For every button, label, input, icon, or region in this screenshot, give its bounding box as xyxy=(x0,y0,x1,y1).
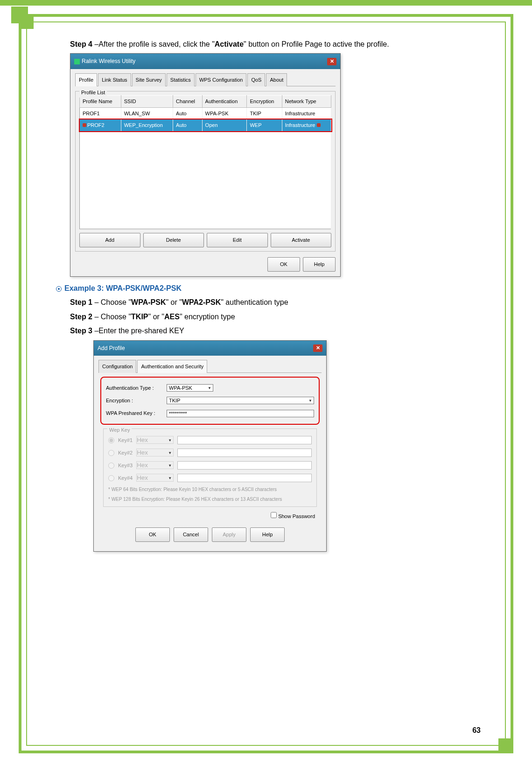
page-number: 63 xyxy=(472,726,481,735)
psk-input[interactable] xyxy=(167,410,314,417)
col-encryption[interactable]: Encryption xyxy=(247,96,282,108)
key1-input[interactable] xyxy=(177,436,312,444)
delete-button[interactable]: Delete xyxy=(143,233,204,247)
profile-list-label: Profile List xyxy=(79,88,107,98)
example-heading: Example 3: WPA-PSK/WPA2-PSK xyxy=(56,281,481,295)
ok-button[interactable]: OK xyxy=(267,257,300,272)
encryption-select[interactable]: TKIP xyxy=(167,397,314,404)
key3-input[interactable] xyxy=(177,461,312,470)
key1-radio[interactable] xyxy=(108,437,114,443)
wep-key-row: Key#4 Hex xyxy=(108,473,312,483)
cancel-button[interactable]: Cancel xyxy=(174,527,208,542)
key3-format-select[interactable]: Hex xyxy=(136,461,174,469)
titlebar: Ralink Wireless Utility ✕ xyxy=(70,54,340,69)
step2-text: Step 2 – Choose "TKIP" or "AES" encrypti… xyxy=(70,310,481,324)
apply-button[interactable]: Apply xyxy=(212,527,246,542)
key3-radio[interactable] xyxy=(108,463,114,469)
key4-format-select[interactable]: Hex xyxy=(136,474,174,482)
step1-text: Step 1 – Choose "WPA-PSK" or "WPA2-PSK" … xyxy=(70,295,481,309)
add-button[interactable]: Add xyxy=(79,233,140,247)
window-title: Ralink Wireless Utility xyxy=(82,58,135,64)
main-tabs: Profile Link Status Site Survey Statisti… xyxy=(75,73,336,86)
window-title: Add Profile xyxy=(98,343,125,354)
ralink-wireless-utility-window: Ralink Wireless Utility ✕ Profile Link S… xyxy=(70,53,341,277)
auth-type-label: Authentication Type : xyxy=(106,383,167,393)
tab-wps-configuration[interactable]: WPS Configuration xyxy=(196,73,247,86)
key4-radio[interactable] xyxy=(108,475,114,481)
tab-about[interactable]: About xyxy=(266,73,287,86)
tab-profile[interactable]: Profile xyxy=(75,73,97,86)
active-indicator-icon xyxy=(83,123,86,127)
table-row-selected[interactable]: PROF2 WEP_Encryption Auto Open WEP Infra… xyxy=(80,119,331,131)
step4-text: Step 4 –After the profile is saved, clic… xyxy=(70,37,481,51)
activate-button[interactable]: Activate xyxy=(271,233,332,247)
add-profile-window: Add Profile ✕ Configuration Authenticati… xyxy=(93,340,327,552)
key2-format-select[interactable]: Hex xyxy=(136,449,174,456)
help-button[interactable]: Help xyxy=(250,527,285,542)
col-authentication[interactable]: Authentication xyxy=(202,96,247,108)
wep-note-1: * WEP 64 Bits Encryption: Please Keyin 1… xyxy=(108,486,312,493)
wep-key-row: Key#3 Hex xyxy=(108,461,312,470)
close-icon[interactable]: ✕ xyxy=(327,58,336,65)
wep-key-group: Wep Key Key#1 Hex Key#2 Hex Key#3 Hex xyxy=(103,428,317,507)
profile-list-group: Profile List Profile Name SSID Channel A… xyxy=(75,91,336,252)
step4-label: Step 4 xyxy=(70,40,92,48)
col-ssid[interactable]: SSID xyxy=(121,96,173,108)
edit-button[interactable]: Edit xyxy=(207,233,268,247)
col-channel[interactable]: Channel xyxy=(173,96,203,108)
close-icon[interactable]: ✕ xyxy=(313,344,322,352)
tab-statistics[interactable]: Statistics xyxy=(167,73,195,86)
wep-key-row: Key#2 Hex xyxy=(108,448,312,458)
profile-table[interactable]: Profile Name SSID Channel Authentication… xyxy=(79,95,331,229)
step3-text: Step 3 –Enter the pre-shared KEY xyxy=(70,324,481,338)
key2-input[interactable] xyxy=(177,449,312,457)
psk-label: WPA Preshared Key : xyxy=(106,408,167,418)
wep-note-2: * WEP 128 Bits Encryption: Please Keyin … xyxy=(108,496,312,503)
wep-key-label: Wep Key xyxy=(107,425,132,435)
dialog-tabs: Configuration Authentication and Securit… xyxy=(98,359,322,373)
auth-security-highlight: Authentication Type : WPA-PSK Encryption… xyxy=(100,377,320,425)
titlebar: Add Profile ✕ xyxy=(94,341,326,356)
tab-auth-security[interactable]: Authentication and Security xyxy=(137,360,207,373)
show-password-row: Show Password xyxy=(105,512,315,521)
tab-qos[interactable]: QoS xyxy=(247,73,265,86)
bullet-icon xyxy=(56,286,62,292)
col-network-type[interactable]: Network Type xyxy=(282,96,331,108)
ok-button[interactable]: OK xyxy=(135,527,170,542)
tab-site-survey[interactable]: Site Survey xyxy=(132,73,166,86)
encryption-label: Encryption : xyxy=(106,396,167,406)
wep-key-row: Key#1 Hex xyxy=(108,435,312,445)
tab-link-status[interactable]: Link Status xyxy=(98,73,131,86)
show-password-checkbox[interactable] xyxy=(271,512,277,518)
key2-radio[interactable] xyxy=(108,450,114,456)
key1-format-select[interactable]: Hex xyxy=(136,436,174,444)
help-button[interactable]: Help xyxy=(303,257,336,272)
active-indicator-icon xyxy=(317,123,321,127)
auth-type-select[interactable]: WPA-PSK xyxy=(167,384,213,392)
key4-input[interactable] xyxy=(177,474,312,482)
app-icon xyxy=(74,59,80,64)
table-row[interactable]: PROF1 WLAN_SW Auto WPA-PSK TKIP Infrastr… xyxy=(80,107,331,119)
tab-configuration[interactable]: Configuration xyxy=(98,360,136,373)
